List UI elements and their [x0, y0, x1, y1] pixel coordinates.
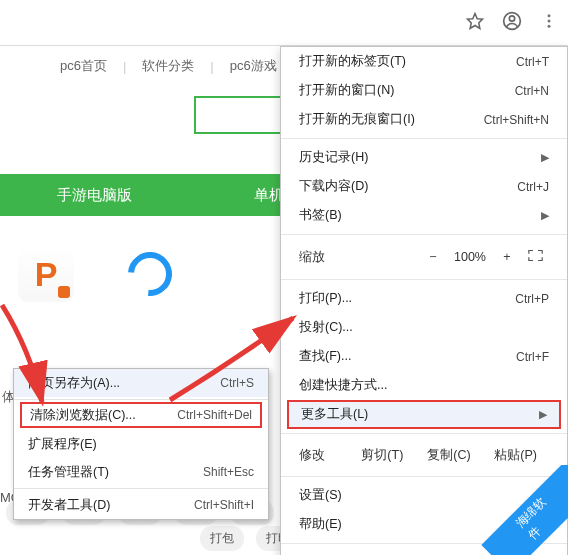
nav-link[interactable]: 软件分类 — [142, 57, 194, 75]
svg-point-3 — [548, 14, 551, 17]
menu-copy[interactable]: 复制(C) — [416, 447, 483, 464]
menu-cut[interactable]: 剪切(T) — [349, 447, 416, 464]
menu-item-downloads[interactable]: 下载内容(D)Ctrl+J — [281, 172, 567, 201]
more-tools-submenu: 网页另存为(A)...Ctrl+S 清除浏览数据(C)...Ctrl+Shift… — [13, 368, 269, 520]
tag[interactable]: 打包 — [200, 526, 244, 551]
star-icon[interactable] — [466, 12, 484, 33]
svg-marker-0 — [468, 14, 483, 29]
app-item[interactable]: P — [18, 246, 74, 302]
submenu-clear-browsing-data[interactable]: 清除浏览数据(C)...Ctrl+Shift+Del — [20, 402, 262, 428]
watermark: 海绵软件 — [478, 465, 568, 555]
app-item[interactable] — [122, 246, 178, 302]
menu-item-new-tab[interactable]: 打开新的标签页(T)Ctrl+T — [281, 47, 567, 76]
menu-zoom: 缩放 − 100% + — [281, 239, 567, 275]
nav-link[interactable]: pc6首页 — [60, 57, 107, 75]
app-icon-p: P — [18, 246, 74, 302]
svg-point-2 — [509, 16, 514, 21]
submenu-task-manager[interactable]: 任务管理器(T)Shift+Esc — [14, 458, 268, 486]
menu-item-print[interactable]: 打印(P)...Ctrl+P — [281, 284, 567, 313]
menu-item-new-window[interactable]: 打开新的窗口(N)Ctrl+N — [281, 76, 567, 105]
chevron-right-icon: ▶ — [541, 151, 549, 164]
app-icon-c — [122, 246, 178, 302]
menu-item-find[interactable]: 查找(F)...Ctrl+F — [281, 342, 567, 371]
user-icon[interactable] — [502, 11, 522, 34]
zoom-value: 100% — [447, 250, 493, 264]
menu-item-more-tools[interactable]: 更多工具(L)▶ — [287, 400, 561, 429]
menu-item-create-shortcut[interactable]: 创建快捷方式... — [281, 371, 567, 400]
submenu-extensions[interactable]: 扩展程序(E) — [14, 430, 268, 458]
category-tab[interactable]: 手游电脑版 — [0, 186, 189, 205]
more-icon[interactable] — [540, 12, 558, 33]
menu-item-bookmarks[interactable]: 书签(B)▶ — [281, 201, 567, 230]
fullscreen-icon[interactable] — [521, 249, 549, 265]
menu-item-history[interactable]: 历史记录(H)▶ — [281, 143, 567, 172]
chevron-right-icon: ▶ — [541, 209, 549, 222]
nav-link[interactable]: pc6游戏 — [230, 57, 277, 75]
svg-point-5 — [548, 25, 551, 28]
menu-item-incognito[interactable]: 打开新的无痕窗口(I)Ctrl+Shift+N — [281, 105, 567, 134]
submenu-dev-tools[interactable]: 开发者工具(D)Ctrl+Shift+I — [14, 491, 268, 519]
browser-toolbar — [0, 0, 568, 46]
submenu-save-as[interactable]: 网页另存为(A)...Ctrl+S — [14, 369, 268, 397]
menu-item-cast[interactable]: 投射(C)... — [281, 313, 567, 342]
zoom-in-button[interactable]: + — [493, 250, 521, 264]
svg-point-4 — [548, 20, 551, 23]
zoom-out-button[interactable]: − — [419, 250, 447, 264]
chevron-right-icon: ▶ — [539, 408, 547, 421]
menu-paste[interactable]: 粘贴(P) — [482, 447, 549, 464]
